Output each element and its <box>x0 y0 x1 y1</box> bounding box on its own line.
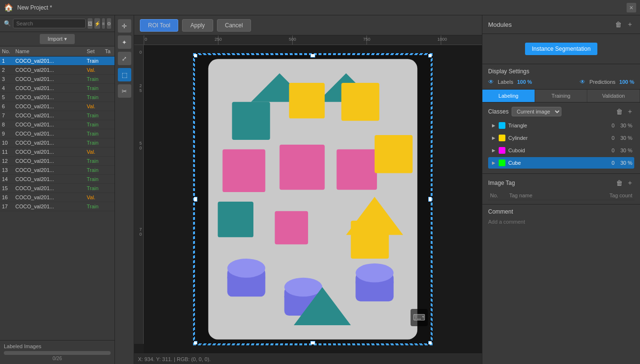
class-expand-icon[interactable]: ▶ <box>490 159 497 166</box>
file-set: Train <box>85 166 103 175</box>
settings-icon[interactable]: ⚙ <box>107 18 111 29</box>
file-list-row[interactable]: 10 COCO_val201... Train <box>0 138 114 148</box>
file-list-row[interactable]: 13 COCO_val201... Train <box>0 166 114 175</box>
file-set: Train <box>85 175 103 184</box>
tab-labeling[interactable]: Labeling <box>482 90 535 102</box>
cancel-button[interactable]: Cancel <box>217 19 251 32</box>
top-toolbar: ROI Tool Apply Cancel <box>134 15 482 35</box>
col-header-no: No. <box>0 46 13 57</box>
image-filter-icon[interactable]: 🖼 <box>88 18 92 29</box>
labels-row: 👁 Labels 100 % 👁 Predictions 100 % <box>488 79 634 85</box>
keyboard-icon[interactable]: ⌨ <box>411 309 428 326</box>
file-list-row[interactable]: 17 COCO_val201... Train <box>0 202 114 211</box>
instance-segmentation-button[interactable]: Instance Segmentation <box>525 43 597 55</box>
file-list-row[interactable]: 9 COCO_val201... Train <box>0 129 114 138</box>
list-icon[interactable]: ≡ <box>102 18 105 29</box>
labeled-bar: Labeled Images 0/26 <box>0 340 114 364</box>
search-icon: 🔍 <box>4 20 11 27</box>
labeled-count: 0/26 <box>4 356 111 361</box>
class-row[interactable]: ▶ Cylinder 0 30 % <box>488 132 634 144</box>
file-no: 5 <box>0 93 13 102</box>
roi-tool[interactable]: ⬚ <box>118 68 131 81</box>
modules-title: Modules <box>488 21 512 28</box>
file-name: COCO_val201... <box>13 193 85 202</box>
labels-eye-icon[interactable]: 👁 <box>488 79 494 85</box>
class-row[interactable]: ▶ Cuboid 0 30 % <box>488 145 634 156</box>
search-input[interactable] <box>13 19 86 28</box>
image-tag-delete-icon[interactable]: 🗑 <box>615 178 624 188</box>
ruler-horizontal: 0 250 500 750 1000 <box>134 35 482 45</box>
file-list-row[interactable]: 12 COCO_val201... Train <box>0 157 114 166</box>
class-expand-icon[interactable]: ▶ <box>490 122 497 129</box>
class-count-label: 0 <box>612 135 615 141</box>
image-display <box>193 53 433 345</box>
svg-rect-7 <box>223 149 265 192</box>
file-no: 6 <box>0 102 13 111</box>
file-list-row[interactable]: 16 COCO_val201... Val. <box>0 193 114 202</box>
file-list-row[interactable]: 3 COCO_val201... Train <box>0 75 114 84</box>
close-button[interactable]: × <box>627 3 636 12</box>
class-name-label: Cylinder <box>508 135 612 141</box>
ruler-vlabel-50: 50 <box>139 141 142 150</box>
modules-header: Modules 🗑 ＋ <box>482 15 640 34</box>
home-icon[interactable]: 🏠 <box>4 3 13 12</box>
svg-point-19 <box>284 278 322 297</box>
file-name: COCO_val201... <box>13 148 85 157</box>
file-set: Val. <box>85 66 103 75</box>
current-image-select[interactable]: Current image <box>512 107 561 116</box>
file-list-row[interactable]: 11 COCO_val201... Val. <box>0 148 114 157</box>
file-tag <box>103 120 114 129</box>
tab-training[interactable]: Training <box>535 90 588 102</box>
class-name-label: Cube <box>508 160 612 166</box>
class-name-label: Triangle <box>508 123 612 128</box>
file-no: 17 <box>0 202 13 211</box>
file-list-row[interactable]: 6 COCO_val201... Val. <box>0 102 114 111</box>
modules-delete-icon[interactable]: 🗑 <box>614 19 623 30</box>
file-no: 7 <box>0 111 13 120</box>
image-tag-title: Image Tag <box>488 180 515 186</box>
file-list-row[interactable]: 15 COCO_val201... Train <box>0 184 114 193</box>
canvas-image-container: ⌨ <box>193 53 433 345</box>
file-list-row[interactable]: 2 COCO_val201... Val. <box>0 66 114 75</box>
tab-validation[interactable]: Validation <box>587 90 640 102</box>
predictions-eye-icon[interactable]: 👁 <box>580 79 585 85</box>
toy-blocks-image <box>194 54 432 344</box>
file-list-row[interactable]: 5 COCO_val201... Train <box>0 93 114 102</box>
class-row[interactable]: ▶ Cube 0 30 % <box>488 157 634 169</box>
class-expand-icon[interactable]: ▶ <box>490 147 497 154</box>
file-tag <box>103 148 114 157</box>
apply-button[interactable]: Apply <box>182 19 213 32</box>
right-panel: Modules 🗑 ＋ Instance Segmentation Displa… <box>482 15 640 364</box>
move-tool[interactable]: ⤢ <box>118 52 131 65</box>
class-expand-icon[interactable]: ▶ <box>490 135 497 141</box>
file-name: COCO_val201... <box>13 57 85 66</box>
classes-delete-icon[interactable]: 🗑 <box>615 106 624 117</box>
tag-col-name: Tag name <box>509 193 599 198</box>
classes-list: ▶ Triangle 0 30 % ▶ Cylinder 0 30 % ▶ Cu… <box>488 120 634 169</box>
classes-add-icon[interactable]: ＋ <box>626 106 634 117</box>
import-button[interactable]: Import ▾ <box>40 34 74 44</box>
file-list-row[interactable]: 8 COCO_val201... Train <box>0 120 114 129</box>
file-list-row[interactable]: 14 COCO_val201... Train <box>0 175 114 184</box>
file-tag <box>103 202 114 211</box>
crop-tool[interactable]: ✂ <box>118 84 131 98</box>
classes-section: Classes Current image 🗑 ＋ ▶ Triangle 0 3… <box>482 102 640 174</box>
file-list-row[interactable]: 4 COCO_val201... Train <box>0 84 114 93</box>
file-tag <box>103 184 114 193</box>
image-tag-add-icon[interactable]: ＋ <box>626 178 634 188</box>
file-no: 15 <box>0 184 13 193</box>
classes-header-left: Classes Current image <box>488 107 561 116</box>
svg-rect-4 <box>232 102 270 140</box>
class-color-swatch <box>499 122 505 129</box>
modules-add-icon[interactable]: ＋ <box>626 19 634 30</box>
filter-icon[interactable]: ⚡ <box>94 18 100 29</box>
comment-input[interactable] <box>488 218 634 226</box>
file-name: COCO_val201... <box>13 111 85 120</box>
magic-wand-tool[interactable]: ✦ <box>118 35 131 49</box>
file-list-row[interactable]: 7 COCO_val201... Train <box>0 111 114 120</box>
file-list-row[interactable]: 1 COCO_val201... Train <box>0 57 114 66</box>
crosshair-tool[interactable]: ✛ <box>118 19 131 33</box>
file-tag <box>103 193 114 202</box>
roi-tool-button[interactable]: ROI Tool <box>140 19 178 32</box>
class-row[interactable]: ▶ Triangle 0 30 % <box>488 120 634 131</box>
